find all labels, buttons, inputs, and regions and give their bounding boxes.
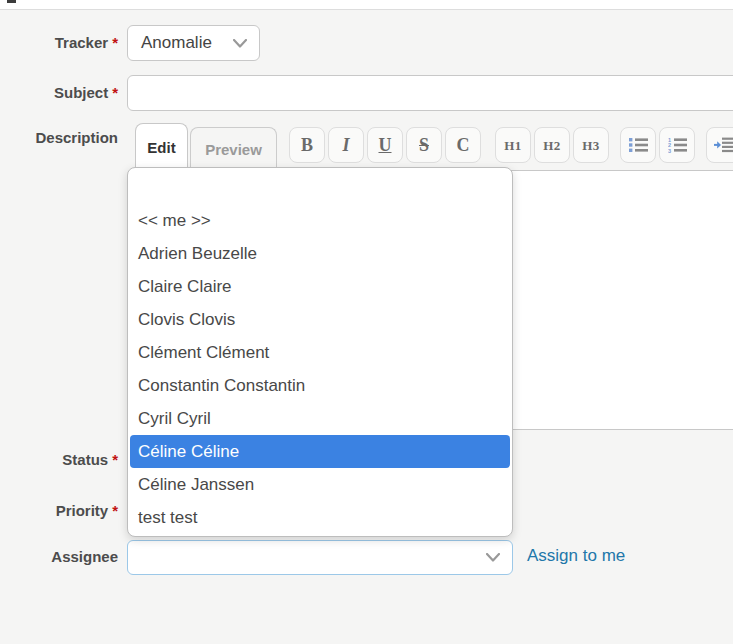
bold-glyph: B xyxy=(301,136,313,154)
italic-button[interactable]: I xyxy=(328,127,364,163)
unordered-list-button[interactable] xyxy=(620,127,656,163)
heading-2-glyph: H2 xyxy=(543,139,561,152)
inline-code-glyph: C xyxy=(457,136,470,154)
inline-code-button[interactable]: C xyxy=(445,127,481,163)
assignee-select[interactable] xyxy=(127,540,513,575)
heading-3-glyph: H3 xyxy=(582,139,600,152)
priority-label-text: Priority xyxy=(56,502,109,519)
description-toolbar: BIUSCH1H2H3 1 2 3 xyxy=(289,127,733,163)
subject-label: Subject* xyxy=(0,83,118,103)
tab-edit[interactable]: Edit xyxy=(135,123,188,171)
status-label: Status* xyxy=(0,450,118,470)
top-edge-mark xyxy=(7,0,16,3)
ordered-list-button[interactable]: 1 2 3 xyxy=(659,127,695,163)
issue-form-screen: Tracker* Subject* Description Status* Pr… xyxy=(0,0,733,644)
indent-icon xyxy=(714,137,733,153)
dropdown-option[interactable]: Clovis Clovis xyxy=(130,303,510,336)
unordered-list-icon xyxy=(629,137,648,153)
tracker-label-text: Tracker xyxy=(55,34,108,51)
description-label: Description xyxy=(0,128,118,148)
dropdown-option[interactable]: Adrien Beuzelle xyxy=(130,237,510,270)
italic-glyph: I xyxy=(342,136,349,154)
top-bar xyxy=(0,0,733,10)
assignee-label-text: Assignee xyxy=(51,548,118,565)
underline-glyph: U xyxy=(379,136,392,154)
dropdown-option[interactable]: Cyril Cyril xyxy=(130,402,510,435)
heading-1-glyph: H1 xyxy=(504,139,522,152)
status-label-text: Status xyxy=(62,451,108,468)
heading-1-button[interactable]: H1 xyxy=(495,127,531,163)
chevron-down-icon xyxy=(233,39,247,48)
bold-button[interactable]: B xyxy=(289,127,325,163)
tracker-select-value: Anomalie xyxy=(141,33,212,53)
required-asterisk: * xyxy=(112,34,118,51)
dropdown-option[interactable]: << me >> xyxy=(130,204,510,237)
priority-label: Priority* xyxy=(0,501,118,521)
dropdown-option[interactable]: Céline Janssen xyxy=(130,468,510,501)
assignee-label: Assignee xyxy=(0,547,118,567)
tab-preview[interactable]: Preview xyxy=(190,127,277,170)
dropdown-option[interactable] xyxy=(130,171,510,204)
description-label-text: Description xyxy=(35,129,118,146)
subject-input[interactable] xyxy=(127,75,733,111)
heading-2-button[interactable]: H2 xyxy=(534,127,570,163)
indent-button[interactable] xyxy=(706,127,733,163)
required-asterisk: * xyxy=(112,451,118,468)
chevron-down-icon xyxy=(486,553,500,562)
ordered-list-icon: 1 2 3 xyxy=(668,137,687,153)
strikethrough-button[interactable]: S xyxy=(406,127,442,163)
assign-to-me-link[interactable]: Assign to me xyxy=(527,546,625,566)
dropdown-option[interactable]: test test xyxy=(130,501,510,534)
dropdown-option[interactable]: Claire Claire xyxy=(130,270,510,303)
required-asterisk: * xyxy=(112,502,118,519)
strikethrough-glyph: S xyxy=(419,136,429,154)
assignee-dropdown: << me >>Adrien BeuzelleClaire ClaireClov… xyxy=(127,167,513,537)
svg-text:3: 3 xyxy=(668,148,671,153)
tracker-select[interactable]: Anomalie xyxy=(127,25,260,61)
heading-3-button[interactable]: H3 xyxy=(573,127,609,163)
tracker-label: Tracker* xyxy=(0,33,118,53)
dropdown-option[interactable]: Clément Clément xyxy=(130,336,510,369)
subject-label-text: Subject xyxy=(54,84,108,101)
underline-button[interactable]: U xyxy=(367,127,403,163)
dropdown-option[interactable]: Constantin Constantin xyxy=(130,369,510,402)
required-asterisk: * xyxy=(112,84,118,101)
dropdown-option[interactable]: Céline Céline xyxy=(130,435,510,468)
